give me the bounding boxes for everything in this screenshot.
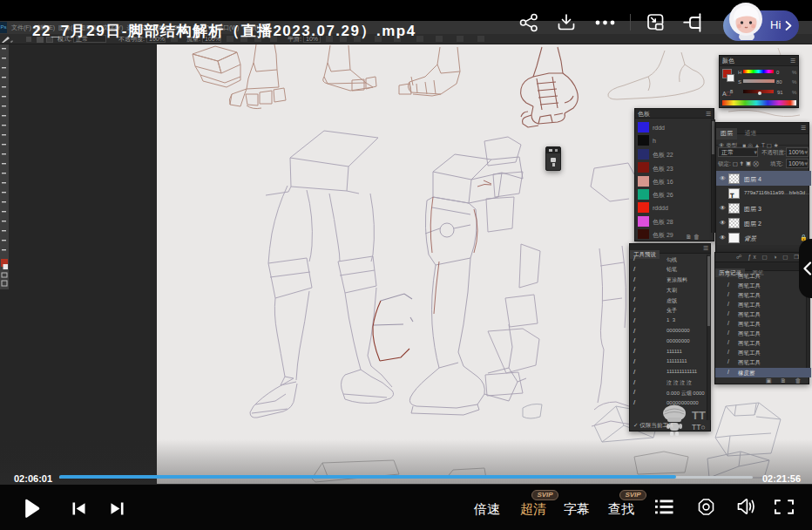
svg-text:TT: TT [692,409,706,422]
svg-text:TT○: TT○ [692,423,706,431]
